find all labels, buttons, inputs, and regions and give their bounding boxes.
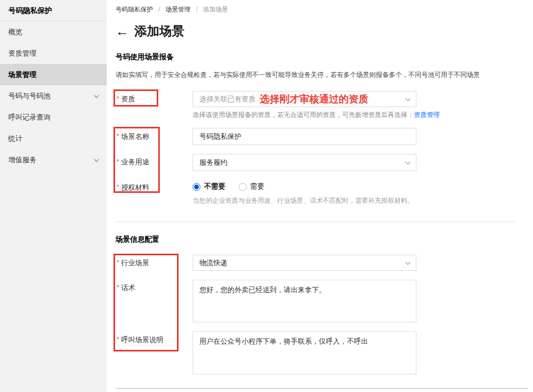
section-title-scene-config: 场景信息配置 [116, 235, 159, 244]
authorization-radio-group: 不需要 需要 [193, 182, 264, 191]
qualification-helper-text: 选择该使用场景报备的资质，若无合适可用的资质，可先新增资质后再选择： [193, 111, 414, 119]
radio-option-required[interactable]: 需要 [239, 182, 264, 191]
sidebar-item-statistics[interactable]: 统计 [0, 128, 107, 149]
page-header: ← 添加场景 [116, 23, 184, 40]
page-title: 添加场景 [134, 23, 184, 40]
call-scene-description-textarea[interactable]: 用户在公众号小程序下单，骑手联系，仅呼入，不呼出 [193, 331, 416, 374]
breadcrumb-separator: / [158, 6, 160, 13]
annotation-box-config-fields [113, 254, 179, 351]
business-purpose-value: 服务履约 [199, 158, 227, 167]
app-window: 号码隐私保护 概览 资质管理 场景管理 号码与号码池 呼叫记录查询 统计 增值 [0, 0, 533, 392]
sidebar-item-label: 概览 [8, 28, 22, 37]
bottom-divider [116, 388, 528, 389]
business-purpose-select[interactable]: 服务履约 [193, 154, 416, 171]
sidebar-item-label: 号码与号码池 [8, 92, 50, 101]
sidebar-item-scene-management[interactable]: 场景管理 [0, 64, 107, 85]
qualification-helper: 选择该使用场景报备的资质，若无合适可用的资质，可先新增资质后再选择：资质管理 [193, 111, 440, 120]
breadcrumb-item-current: 添加场景 [203, 6, 228, 13]
annotation-box-basic-fields [113, 127, 160, 193]
main-content: 号码隐私保护 / 场景管理 / 添加场景 ← 添加场景 号码使用场景报备 请如实… [107, 0, 533, 392]
back-arrow-icon[interactable]: ← [116, 24, 129, 38]
annotation-box-qualification [113, 89, 158, 107]
chevron-down-icon [405, 259, 411, 265]
industry-scene-select[interactable]: 物流快递 [193, 255, 416, 271]
industry-scene-value: 物流快递 [199, 258, 227, 268]
breadcrumb-item-product[interactable]: 号码隐私保护 [116, 6, 153, 13]
qualification-management-link[interactable]: 资质管理 [414, 111, 440, 119]
sidebar-item-call-records[interactable]: 呼叫记录查询 [0, 107, 107, 128]
tutorial-annotation-text: 选择刚才审核通过的资质 [260, 93, 369, 106]
radio-checked-icon [193, 183, 200, 191]
sidebar-item-label: 场景管理 [8, 70, 36, 80]
chevron-down-icon [94, 156, 99, 162]
sidebar-item-qualification-management[interactable]: 资质管理 [0, 43, 107, 64]
qualification-select-placeholder: 选择关联已有资质 [199, 95, 256, 104]
sidebar-item-label: 统计 [8, 134, 22, 143]
radio-unchecked-icon [239, 183, 247, 191]
sidebar-item-label: 呼叫记录查询 [8, 113, 50, 122]
section-divider [116, 221, 515, 222]
sidebar: 号码隐私保护 概览 资质管理 场景管理 号码与号码池 呼叫记录查询 统计 增值 [0, 0, 107, 392]
chevron-down-icon [94, 93, 99, 98]
sidebar-nav: 概览 资质管理 场景管理 号码与号码池 呼叫记录查询 统计 增值服务 [0, 21, 107, 171]
script-textarea[interactable]: 您好，您的外卖已经送到，请出来拿下。 [193, 280, 416, 322]
chevron-down-icon [405, 96, 411, 101]
chevron-down-icon [405, 159, 411, 164]
breadcrumb: 号码隐私保护 / 场景管理 / 添加场景 [116, 5, 228, 14]
sidebar-item-overview[interactable]: 概览 [0, 21, 107, 43]
qualification-select[interactable]: 选择关联已有资质 选择刚才审核通过的资质 [193, 91, 416, 107]
scene-name-input[interactable] [193, 128, 416, 145]
breadcrumb-separator: / [196, 6, 197, 13]
sidebar-item-label: 资质管理 [8, 49, 36, 58]
radio-label: 需要 [250, 182, 264, 191]
sidebar-item-value-added-services[interactable]: 增值服务 [0, 149, 107, 171]
authorization-helper: 当您的企业资质与业务用途、行业场景、话术不匹配时，需要补充授权材料。 [193, 197, 414, 205]
radio-label: 不需要 [204, 182, 225, 191]
sidebar-item-numbers-and-pools[interactable]: 号码与号码池 [0, 85, 107, 107]
section-description: 请如实填写，用于安全合规检查，若与实际使用不一致可能导致业务关停，若有多个场景则… [116, 71, 480, 80]
breadcrumb-item-scene-management[interactable]: 场景管理 [166, 6, 191, 13]
sidebar-item-label: 增值服务 [8, 155, 36, 165]
section-title-scene-report: 号码使用场景报备 [116, 53, 174, 62]
sidebar-product-title: 号码隐私保护 [0, 0, 107, 21]
radio-option-not-required[interactable]: 不需要 [193, 182, 225, 191]
